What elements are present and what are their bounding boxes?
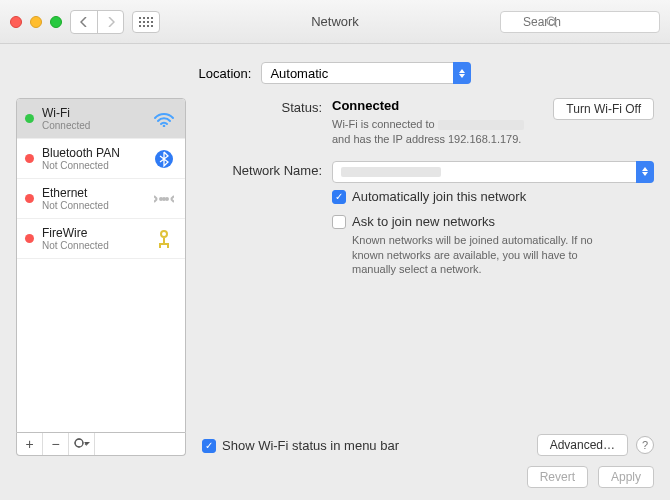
- search-wrap: [500, 11, 660, 33]
- redacted-network-name: [341, 167, 441, 177]
- svg-rect-21: [159, 243, 169, 245]
- svg-rect-11: [151, 25, 153, 27]
- network-name-label: Network Name:: [202, 161, 332, 183]
- ethernet-icon: [151, 189, 177, 209]
- auto-join-checkbox[interactable]: Automatically join this network: [332, 189, 654, 204]
- show-all-button[interactable]: [132, 11, 160, 33]
- zoom-icon[interactable]: [50, 16, 62, 28]
- ask-join-checkbox[interactable]: Ask to join new networks: [332, 214, 654, 229]
- apply-button[interactable]: Apply: [598, 466, 654, 488]
- forward-button[interactable]: [97, 11, 123, 33]
- add-button[interactable]: +: [17, 433, 43, 455]
- help-button[interactable]: ?: [636, 436, 654, 454]
- close-icon[interactable]: [10, 16, 22, 28]
- status-dot-icon: [25, 154, 34, 163]
- svg-rect-27: [74, 442, 76, 443]
- window-controls: [10, 16, 62, 28]
- title-bar: Network: [0, 0, 670, 44]
- svg-rect-2: [147, 17, 149, 19]
- checkbox-icon: [202, 439, 216, 453]
- svg-rect-28: [82, 442, 84, 443]
- svg-rect-22: [159, 245, 161, 248]
- location-select[interactable]: Automatic: [261, 62, 471, 84]
- content: Location: Automatic Wi-Fi Connected: [0, 44, 670, 500]
- dialog-footer: Revert Apply: [16, 456, 654, 488]
- svg-point-18: [166, 198, 168, 200]
- minimize-icon[interactable]: [30, 16, 42, 28]
- svg-point-12: [547, 17, 555, 25]
- location-label: Location:: [199, 66, 252, 81]
- service-sidebar: Wi-Fi Connected Bluetooth PAN Not Connec…: [16, 98, 186, 456]
- svg-rect-20: [163, 238, 165, 243]
- item-sub: Connected: [42, 120, 143, 131]
- ask-join-help: Known networks will be joined automatica…: [352, 233, 612, 278]
- checkbox-icon: [332, 190, 346, 204]
- firewire-icon: [151, 229, 177, 249]
- network-name-select[interactable]: [332, 161, 654, 183]
- status-note: Wi-Fi is connected to and has the IP add…: [332, 117, 537, 147]
- search-input[interactable]: [500, 11, 660, 33]
- nav-back-forward: [70, 10, 124, 34]
- checkbox-icon: [332, 215, 346, 229]
- status-dot-icon: [25, 114, 34, 123]
- svg-rect-5: [143, 21, 145, 23]
- item-name: Ethernet: [42, 186, 143, 200]
- show-status-checkbox[interactable]: Show Wi-Fi status in menu bar: [202, 438, 399, 453]
- location-row: Location: Automatic: [16, 62, 654, 84]
- svg-rect-7: [151, 21, 153, 23]
- item-name: Bluetooth PAN: [42, 146, 143, 160]
- main-panel: Status: Connected Wi-Fi is connected to …: [202, 98, 654, 456]
- svg-rect-6: [147, 21, 149, 23]
- status-value: Connected: [332, 98, 399, 113]
- auto-join-label: Automatically join this network: [352, 189, 526, 204]
- revert-button[interactable]: Revert: [527, 466, 588, 488]
- sidebar-item-firewire[interactable]: FireWire Not Connected: [17, 219, 185, 259]
- status-dot-icon: [25, 234, 34, 243]
- show-status-label: Show Wi-Fi status in menu bar: [222, 438, 399, 453]
- wifi-toggle-button[interactable]: Turn Wi-Fi Off: [553, 98, 654, 120]
- svg-point-14: [163, 124, 166, 126]
- svg-rect-4: [139, 21, 141, 23]
- back-button[interactable]: [71, 11, 97, 33]
- bluetooth-icon: [151, 149, 177, 169]
- ask-join-label: Ask to join new networks: [352, 214, 495, 229]
- svg-point-16: [160, 198, 162, 200]
- action-menu-button[interactable]: [69, 433, 95, 455]
- list-footer: + −: [16, 433, 186, 456]
- advanced-button[interactable]: Advanced…: [537, 434, 628, 456]
- svg-rect-23: [167, 245, 169, 248]
- svg-rect-9: [143, 25, 145, 27]
- search-icon: [546, 16, 558, 28]
- svg-rect-25: [78, 439, 79, 441]
- item-sub: Not Connected: [42, 160, 143, 171]
- svg-point-24: [75, 439, 83, 447]
- chevrons-icon: [636, 161, 654, 183]
- status-dot-icon: [25, 194, 34, 203]
- item-sub: Not Connected: [42, 240, 143, 251]
- item-name: FireWire: [42, 226, 143, 240]
- item-name: Wi-Fi: [42, 106, 143, 120]
- svg-point-17: [163, 198, 165, 200]
- svg-rect-1: [143, 17, 145, 19]
- sidebar-item-ethernet[interactable]: Ethernet Not Connected: [17, 179, 185, 219]
- svg-rect-8: [139, 25, 141, 27]
- status-label: Status:: [202, 98, 332, 147]
- chevrons-icon: [453, 62, 471, 84]
- svg-rect-10: [147, 25, 149, 27]
- sidebar-item-wifi[interactable]: Wi-Fi Connected: [17, 99, 185, 139]
- sidebar-item-bluetooth[interactable]: Bluetooth PAN Not Connected: [17, 139, 185, 179]
- item-sub: Not Connected: [42, 200, 143, 211]
- svg-rect-26: [78, 446, 79, 448]
- service-list: Wi-Fi Connected Bluetooth PAN Not Connec…: [16, 98, 186, 433]
- svg-point-19: [161, 231, 167, 237]
- location-value: Automatic: [270, 66, 328, 81]
- wifi-icon: [151, 109, 177, 129]
- svg-line-13: [554, 24, 557, 27]
- svg-rect-3: [151, 17, 153, 19]
- remove-button[interactable]: −: [43, 433, 69, 455]
- redacted-network: [438, 120, 524, 130]
- svg-rect-0: [139, 17, 141, 19]
